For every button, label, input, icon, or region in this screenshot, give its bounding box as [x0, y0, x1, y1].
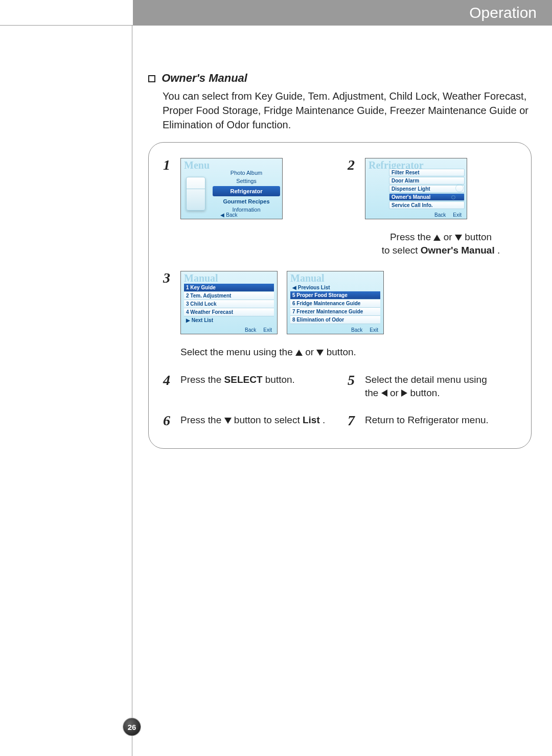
lcd3b-exit: Exit — [370, 327, 378, 333]
lcd3b-item: 7 Freezer Maintenance Guide — [290, 308, 380, 316]
section-bullet-icon — [148, 75, 155, 82]
down-arrow-icon — [316, 350, 324, 356]
step-6-text: Press the button to select List . — [180, 414, 325, 428]
step-2-number: 2 — [348, 158, 359, 219]
section-title: Owner's Manual — [148, 72, 532, 85]
step-3-number: 3 — [163, 271, 174, 334]
content-area: Owner's Manual You can select from Key G… — [148, 72, 532, 449]
lcd1-item: Photo Album — [213, 169, 280, 177]
lcd2-item: Service Call Info. — [389, 201, 465, 209]
lcd3a-footer: Back Exit — [181, 326, 277, 334]
step-5-text: Select the detail menu using the or butt… — [365, 373, 487, 399]
steps-container: 1 Menu Photo Album Settings Refrigerator… — [148, 142, 532, 449]
lcd3a-item-selected: 1 Key Guide — [184, 284, 274, 292]
bubble-icon — [455, 184, 464, 192]
up-arrow-icon — [433, 235, 441, 241]
lcd-menu-screen: Menu Photo Album Settings Refrigerator G… — [180, 158, 283, 219]
lcd2-back: Back — [434, 212, 446, 218]
step-1-number: 1 — [163, 158, 174, 257]
lcd-manual-screen-a: Manual 1 Key Guide 2 Tem. Adjustment 3 C… — [180, 271, 278, 334]
lcd1-title: Menu — [184, 159, 210, 171]
lcd3a-item: 4 Weather Forecast — [184, 308, 274, 316]
step-4-text: Press the SELECT button. — [180, 373, 295, 399]
step-6-number: 6 — [163, 414, 174, 428]
lcd3b-list: ◀ Previous List 5 Proper Food Storage 6 … — [290, 284, 380, 324]
lcd3a-list: 1 Key Guide 2 Tem. Adjustment 3 Child Lo… — [184, 284, 274, 324]
lcd-manual-screen-b: Manual ◀ Previous List 5 Proper Food Sto… — [287, 271, 384, 334]
lcd3a-next-list: ▶ Next List — [184, 316, 274, 324]
lcd3a-item: 2 Tem. Adjustment — [184, 292, 274, 300]
lcd3a-title: Manual — [184, 272, 218, 284]
lcd3b-item-selected: 5 Proper Food Storage — [290, 291, 380, 300]
header-bar: Operation — [0, 0, 552, 26]
lcd3a-exit: Exit — [263, 327, 272, 333]
step-5-number: 5 — [348, 373, 359, 399]
down-arrow-icon — [224, 418, 232, 424]
left-arrow-icon — [381, 390, 387, 397]
section-title-text: Owner's Manual — [162, 72, 247, 84]
lcd1-item-selected: Refrigerator — [213, 186, 280, 196]
lcd3b-footer: Back Exit — [287, 326, 383, 334]
lcd1-item: Gourmet Recipes — [213, 197, 280, 205]
lcd-refrigerator-screen: Refrigerator Filter Reset Door Alarm Dis… — [365, 158, 467, 219]
lcd2-exit: Exit — [453, 212, 462, 218]
lcd2-item: Dispenser Light — [389, 185, 465, 193]
lcd2-item: Door Alarm — [389, 177, 465, 185]
lcd1-back: ◀ Back — [220, 212, 237, 218]
lcd3a-back: Back — [245, 327, 256, 333]
up-arrow-icon — [295, 350, 303, 356]
page-number-badge: 26 — [123, 718, 141, 736]
step-7-number: 7 — [348, 414, 359, 428]
lcd1-footer: ◀ Back — [181, 211, 282, 219]
lcd2-list: Filter Reset Door Alarm Dispenser Light … — [389, 169, 465, 210]
lcd2-footer: Back Exit — [365, 211, 467, 219]
page-header: Operation — [133, 0, 552, 26]
lcd2-item: Filter Reset — [389, 169, 465, 176]
lcd3b-item: 8 Elimination of Odor — [290, 316, 380, 324]
lcd3b-prev-list: ◀ Previous List — [290, 284, 380, 291]
step-4-number: 4 — [163, 373, 174, 399]
step-7-text: Return to Refrigerator menu. — [365, 414, 489, 428]
step-3-text: Select the menu using the or button. — [180, 346, 517, 359]
fridge-icon — [186, 177, 205, 211]
section-intro: You can select from Key Guide, Tem. Adju… — [163, 89, 532, 132]
lcd1-item: Settings — [213, 177, 280, 185]
step-2-text: Press the or button to select Owner's Ma… — [365, 231, 517, 257]
lcd1-menu-list: Photo Album Settings Refrigerator Gourme… — [213, 169, 280, 214]
right-arrow-icon — [401, 390, 407, 397]
lcd3b-back: Back — [351, 327, 362, 333]
lcd3b-item: 6 Fridge Maintenance Guide — [290, 300, 380, 308]
lcd3a-item: 3 Child Lock — [184, 300, 274, 308]
lcd3b-title: Manual — [290, 272, 325, 284]
vertical-divider — [132, 26, 132, 756]
down-arrow-icon — [455, 235, 462, 241]
bubble-icon — [451, 195, 455, 199]
